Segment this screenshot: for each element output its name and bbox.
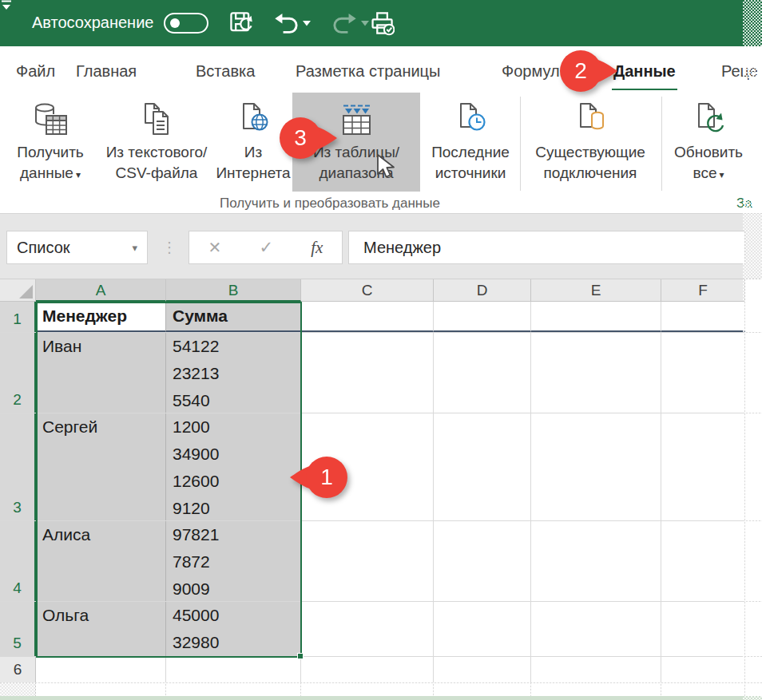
- row-header-7[interactable]: [0, 683, 36, 696]
- cell-b5[interactable]: 45000 32980: [166, 602, 301, 656]
- cell-a5[interactable]: Ольга: [36, 602, 166, 656]
- cell-e4[interactable]: [531, 521, 661, 601]
- cell-b6[interactable]: [166, 657, 301, 682]
- cell-a1[interactable]: Менеджер: [36, 302, 166, 332]
- cell-a2[interactable]: Иван: [36, 333, 166, 413]
- row-header-2[interactable]: 2: [0, 333, 36, 413]
- name-box-value: Список: [17, 239, 70, 257]
- cell-d3[interactable]: [434, 413, 531, 520]
- cell-d1[interactable]: [434, 302, 531, 332]
- existing-connections-button[interactable]: Существующие подключения: [524, 93, 657, 192]
- cell-a3[interactable]: Сергей: [36, 413, 166, 520]
- tab-file[interactable]: Файл: [16, 62, 55, 81]
- select-all-corner[interactable]: [0, 279, 36, 302]
- cell-a6[interactable]: [36, 657, 166, 682]
- name-box[interactable]: Список ▾: [6, 231, 148, 264]
- cell-f6[interactable]: [661, 657, 745, 682]
- row-header-6[interactable]: 6: [0, 657, 36, 682]
- button-label: Из текстового/ CSV-файла: [106, 142, 208, 184]
- cell-f1[interactable]: [661, 302, 745, 332]
- refresh-all-button[interactable]: Обновить все▾: [668, 93, 749, 192]
- get-data-button[interactable]: Получить данные▾: [5, 93, 96, 192]
- cell-c6[interactable]: [301, 657, 434, 682]
- cell-f7[interactable]: [661, 683, 745, 696]
- mouse-cursor-icon: [375, 153, 399, 180]
- tab-page-layout[interactable]: Разметка страницы: [296, 62, 440, 81]
- formula-buttons: ✕ ✓ fx: [189, 231, 343, 264]
- cell-e2[interactable]: [531, 333, 661, 413]
- autosave-toggle[interactable]: [164, 13, 208, 34]
- cell-e3[interactable]: [531, 413, 661, 520]
- button-label: Обновить все▾: [674, 142, 743, 185]
- title-bar: Автосохранение: [0, 0, 762, 46]
- column-header-d[interactable]: D: [434, 279, 531, 302]
- row-header-1[interactable]: 1: [0, 302, 36, 332]
- cell-b3[interactable]: 1200 34900 12600 9120: [166, 413, 301, 520]
- column-header-e[interactable]: E: [531, 279, 661, 302]
- recent-sources-button[interactable]: Последние источники: [423, 93, 518, 192]
- cell-f2[interactable]: [661, 333, 745, 413]
- cell-c7[interactable]: [301, 683, 434, 696]
- formula-value: Менеджер: [363, 239, 441, 257]
- tab-home[interactable]: Главная: [76, 62, 137, 81]
- name-box-dropdown-icon[interactable]: ▾: [132, 242, 137, 254]
- cell-b1[interactable]: Сумма: [166, 302, 301, 332]
- ribbon-group-label: Получить и преобразовать данные: [170, 196, 490, 212]
- cell-d6[interactable]: [434, 657, 531, 682]
- row-header-5[interactable]: 5: [0, 602, 36, 656]
- cell-f5[interactable]: [661, 602, 745, 656]
- column-header-c[interactable]: C: [301, 279, 434, 302]
- recent-sources-icon: [451, 93, 490, 139]
- cell-b7[interactable]: [166, 683, 301, 696]
- button-label: Получить данные▾: [17, 142, 84, 185]
- cancel-icon[interactable]: ✕: [208, 238, 222, 257]
- from-text-csv-button[interactable]: Из текстового/ CSV-файла: [100, 93, 213, 192]
- undo-icon[interactable]: [273, 10, 299, 36]
- column-header-f[interactable]: F: [661, 279, 745, 302]
- existing-connections-icon: [571, 93, 609, 139]
- cell-e5[interactable]: [531, 602, 661, 656]
- cell-f3[interactable]: [661, 413, 745, 520]
- cell-c4[interactable]: [301, 521, 434, 601]
- cell-e7[interactable]: [531, 683, 661, 696]
- cell-c2[interactable]: [301, 333, 434, 413]
- row-1: 1 Менеджер Сумма: [0, 302, 762, 333]
- cell-d4[interactable]: [434, 521, 531, 601]
- cell-d7[interactable]: [434, 683, 531, 696]
- divider-dots-icon: ⋮: [162, 231, 177, 264]
- save-icon[interactable]: [228, 10, 254, 36]
- cell-d5[interactable]: [434, 602, 531, 656]
- enter-icon[interactable]: ✓: [260, 238, 274, 257]
- row-header-3[interactable]: 3: [0, 413, 36, 520]
- tab-review[interactable]: Реце: [721, 62, 758, 81]
- row-2: 2 Иван 54122 23213 5540: [0, 333, 762, 413]
- dropdown-caret-icon: ▾: [76, 169, 81, 180]
- cell-e6[interactable]: [531, 657, 661, 682]
- ribbon: Получить данные▾ Из текстового/ CSV-файл…: [0, 90, 762, 214]
- print-preview-icon[interactable]: [369, 10, 395, 36]
- column-header-b[interactable]: B: [166, 279, 301, 302]
- cell-a4[interactable]: Алиса: [36, 521, 166, 601]
- formula-bar-row: Список ▾ ⋮ ✕ ✓ fx Менеджер: [0, 214, 762, 279]
- cell-d2[interactable]: [434, 333, 531, 413]
- row-7-partial: [0, 683, 762, 696]
- undo-dropdown-icon[interactable]: [303, 21, 311, 26]
- cell-e1[interactable]: [531, 302, 661, 332]
- cell-b4[interactable]: 97821 7872 9009: [166, 521, 301, 601]
- tab-data[interactable]: Данные: [613, 62, 676, 81]
- formula-input[interactable]: Менеджер: [348, 231, 745, 264]
- customize-toolbar-icon[interactable]: [0, 0, 13, 11]
- insert-function-icon[interactable]: fx: [311, 238, 323, 258]
- row-header-4[interactable]: 4: [0, 521, 36, 601]
- cell-b2[interactable]: 54122 23213 5540: [166, 333, 301, 413]
- cell-a7[interactable]: [36, 683, 166, 696]
- tab-insert[interactable]: Вставка: [196, 62, 255, 81]
- refresh-all-icon: [689, 93, 728, 139]
- cell-c5[interactable]: [301, 602, 434, 656]
- cell-f4[interactable]: [661, 521, 745, 601]
- row-5: 5 Ольга 45000 32980: [0, 602, 762, 657]
- row-3: 3 Сергей 1200 34900 12600 9120: [0, 413, 762, 521]
- cell-c1[interactable]: [301, 302, 434, 332]
- column-header-a[interactable]: A: [36, 279, 166, 302]
- ribbon-group-label-partial: За: [736, 196, 752, 212]
